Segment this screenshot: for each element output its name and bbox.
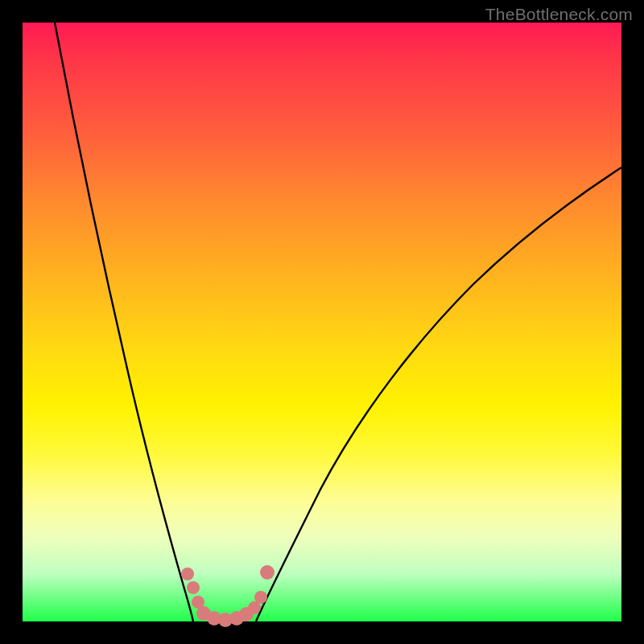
curve-left-branch [55,23,193,621]
curve-right-branch [256,167,621,621]
chart-svg [23,23,621,621]
marker-dot [260,565,275,580]
chart-plot-area [23,23,621,621]
marker-dot [254,591,267,604]
marker-dot [187,581,200,594]
watermark-text: TheBottleneck.com [485,5,633,24]
marker-dot [181,568,194,580]
marker-group [181,565,275,627]
